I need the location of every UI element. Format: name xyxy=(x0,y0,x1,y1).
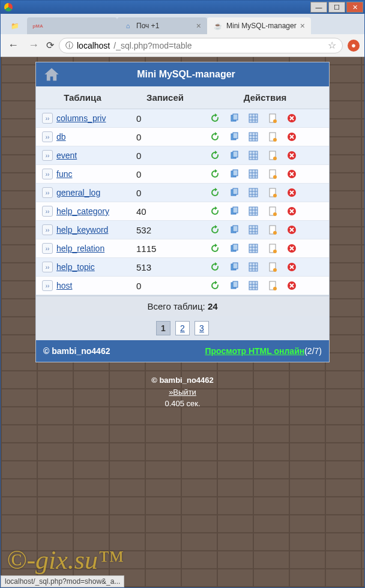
refresh-icon[interactable] xyxy=(210,243,220,254)
refresh-icon[interactable] xyxy=(210,224,220,235)
refresh-icon[interactable] xyxy=(210,262,220,272)
delete-icon[interactable] xyxy=(286,169,297,179)
edit-icon[interactable] xyxy=(267,280,278,291)
expand-icon[interactable]: ›› xyxy=(42,262,53,272)
refresh-icon[interactable] xyxy=(210,187,220,198)
copy-icon[interactable] xyxy=(229,187,240,198)
refresh-icon[interactable] xyxy=(210,206,220,217)
table-name-link[interactable]: help_relation xyxy=(56,244,104,253)
reload-button[interactable]: ⟳ xyxy=(46,40,54,51)
browse-icon[interactable] xyxy=(248,206,259,217)
edit-icon[interactable] xyxy=(267,243,278,254)
tab-mail[interactable]: ⌂ Поч +1 × xyxy=(117,17,207,34)
table-name-link[interactable]: host xyxy=(56,281,72,290)
table-name-link[interactable]: columns_priv xyxy=(56,113,106,123)
expand-icon[interactable]: ›› xyxy=(42,243,53,254)
browse-icon[interactable] xyxy=(248,280,259,291)
address-bar[interactable]: ⓘ localhost/_sql.php?mod=table ☆ xyxy=(59,38,343,53)
table-name-link[interactable]: event xyxy=(56,151,77,160)
refresh-icon[interactable] xyxy=(210,150,220,161)
delete-icon[interactable] xyxy=(286,243,297,254)
delete-icon[interactable] xyxy=(286,224,297,235)
delete-icon[interactable] xyxy=(286,131,297,142)
tab-pma[interactable]: pMA xyxy=(27,17,117,34)
bookmark-star-icon[interactable]: ☆ xyxy=(328,40,336,51)
delete-icon[interactable] xyxy=(286,206,297,217)
expand-icon[interactable]: ›› xyxy=(42,187,53,198)
edit-icon[interactable] xyxy=(267,113,278,124)
copy-icon[interactable] xyxy=(229,131,240,142)
table-name-link[interactable]: general_log xyxy=(56,188,100,197)
edit-icon[interactable] xyxy=(267,169,278,179)
expand-icon[interactable]: ›› xyxy=(42,206,53,217)
folder-tab-icon[interactable]: 📁 xyxy=(10,21,20,31)
copy-icon[interactable] xyxy=(229,280,240,291)
table-name-link[interactable]: db xyxy=(56,132,66,142)
page-button-1[interactable]: 1 xyxy=(156,321,170,335)
svg-point-68 xyxy=(273,231,277,235)
expand-icon[interactable]: ›› xyxy=(42,150,53,161)
copy-icon[interactable] xyxy=(229,206,240,217)
table-name-link[interactable]: help_keyword xyxy=(56,225,108,235)
edit-icon[interactable] xyxy=(267,150,278,161)
copy-icon[interactable] xyxy=(229,169,240,179)
browse-icon[interactable] xyxy=(248,187,259,198)
tab-close-icon[interactable]: × xyxy=(300,21,305,31)
browse-icon[interactable] xyxy=(248,243,259,254)
delete-icon[interactable] xyxy=(286,150,297,161)
window-maximize-button[interactable]: ☐ xyxy=(328,2,345,13)
record-count: 0 xyxy=(133,151,205,161)
copy-icon[interactable] xyxy=(229,243,240,254)
delete-icon[interactable] xyxy=(286,262,297,272)
forward-button[interactable]: → xyxy=(26,38,41,53)
expand-icon[interactable]: ›› xyxy=(42,113,53,124)
browse-icon[interactable] xyxy=(248,150,259,161)
copy-icon[interactable] xyxy=(229,113,240,124)
delete-icon[interactable] xyxy=(286,280,297,291)
svg-rect-62 xyxy=(249,226,258,234)
extension-icon[interactable]: ● xyxy=(348,40,360,52)
delete-icon[interactable] xyxy=(286,113,297,124)
edit-icon[interactable] xyxy=(267,131,278,142)
refresh-icon[interactable] xyxy=(210,131,220,142)
edit-icon[interactable] xyxy=(267,262,278,272)
logout-link[interactable]: »Выйти xyxy=(1,386,364,398)
table-name-link[interactable]: help_topic xyxy=(56,262,95,272)
expand-icon[interactable]: ›› xyxy=(42,224,53,235)
tab-close-icon[interactable]: × xyxy=(196,21,201,31)
refresh-icon[interactable] xyxy=(210,169,220,179)
expand-icon[interactable]: ›› xyxy=(42,169,53,179)
edit-icon[interactable] xyxy=(267,224,278,235)
browse-icon[interactable] xyxy=(248,131,259,142)
browse-icon[interactable] xyxy=(248,224,259,235)
back-button[interactable]: ← xyxy=(5,38,21,53)
edit-icon[interactable] xyxy=(267,187,278,198)
copy-icon[interactable] xyxy=(229,262,240,272)
tab-label: Mini MySQL-manager xyxy=(226,22,297,30)
refresh-icon[interactable] xyxy=(210,113,220,124)
copy-icon[interactable] xyxy=(229,150,240,161)
refresh-icon[interactable] xyxy=(210,280,220,291)
edit-icon[interactable] xyxy=(267,206,278,217)
svg-point-28 xyxy=(273,157,277,160)
col-header-records: Записей xyxy=(129,86,201,109)
browse-icon[interactable] xyxy=(248,169,259,179)
window-close-button[interactable]: ✕ xyxy=(346,2,363,13)
table-name-link[interactable]: func xyxy=(56,169,72,179)
expand-icon[interactable]: ›› xyxy=(42,131,53,142)
browse-icon[interactable] xyxy=(248,262,259,272)
expand-icon[interactable]: ›› xyxy=(42,280,53,291)
page-button-3[interactable]: 3 xyxy=(195,321,209,335)
svg-rect-52 xyxy=(249,207,258,215)
record-count: 40 xyxy=(133,206,205,217)
window-minimize-button[interactable]: — xyxy=(310,2,327,13)
copy-icon[interactable] xyxy=(229,224,240,235)
home-icon[interactable] xyxy=(42,65,61,84)
footer-link[interactable]: Просмотр HTML онлайн xyxy=(205,346,305,356)
delete-icon[interactable] xyxy=(286,187,297,198)
table-name-link[interactable]: help_category xyxy=(56,206,109,216)
cup-favicon: ☕ xyxy=(213,21,223,31)
tab-mysql-manager[interactable]: ☕ Mini MySQL-manager × xyxy=(207,17,311,34)
browse-icon[interactable] xyxy=(248,113,259,124)
page-button-2[interactable]: 2 xyxy=(175,321,190,335)
